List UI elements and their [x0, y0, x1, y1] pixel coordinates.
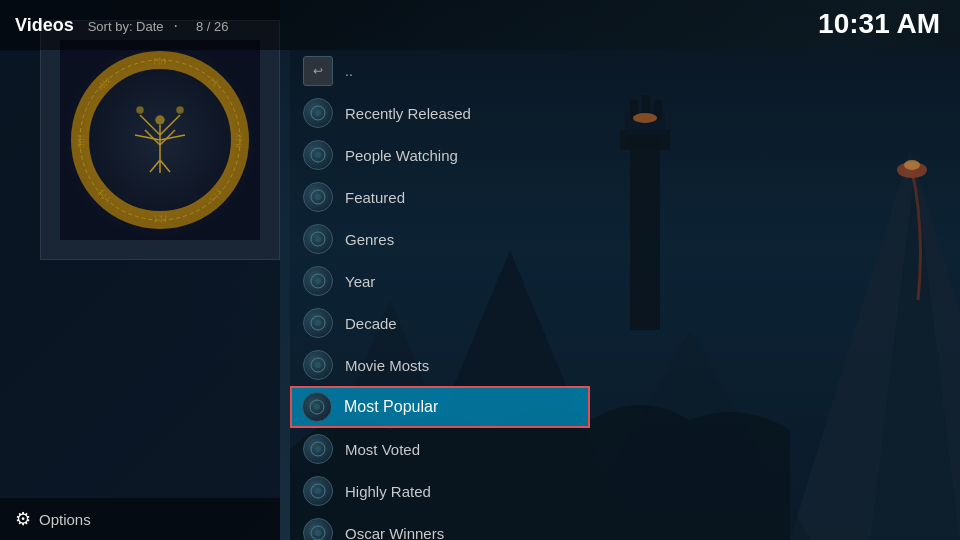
menu-item-label: Most Voted — [345, 441, 420, 458]
svg-point-35 — [137, 107, 143, 113]
menu-item-genres[interactable]: Genres — [290, 218, 590, 260]
svg-point-36 — [177, 107, 183, 113]
sort-label: Sort by: Date — [88, 19, 164, 34]
svg-point-53 — [315, 362, 321, 368]
pagination: 8 / 26 — [196, 19, 229, 34]
menu-icon — [303, 350, 333, 380]
menu-icon — [303, 518, 333, 540]
options-bar[interactable]: ⚙ Options — [0, 498, 280, 540]
svg-point-45 — [315, 194, 321, 200]
svg-text:ᚠᚢᚦ: ᚠᚢᚦ — [153, 57, 168, 66]
menu-icon — [303, 476, 333, 506]
menu-icon — [303, 98, 333, 128]
menu-item-label: Movie Mosts — [345, 357, 429, 374]
menu-item-movie-mosts[interactable]: Movie Mosts — [290, 344, 590, 386]
header: Videos Sort by: Date · 8 / 26 10:31 AM — [0, 0, 960, 50]
options-label: Options — [39, 511, 91, 528]
menu-icon — [303, 224, 333, 254]
gear-icon: ⚙ — [15, 508, 31, 530]
sidebar: ᚠᚢᚦ ᚨᚱᚲ ᚷᚹᚺ ᚾᛁᛃ ᛇᛈᛉ ᛊᛏᛒ ᛖᛗᛚ ᛜᛞᛟ — [0, 0, 280, 540]
menu-icon — [303, 434, 333, 464]
menu-item-label: Oscar Winners — [345, 525, 444, 541]
menu-icon — [303, 308, 333, 338]
menu-item-most-voted[interactable]: Most Voted — [290, 428, 590, 470]
menu-icon — [302, 392, 332, 422]
svg-point-61 — [315, 530, 321, 536]
menu-item-label: People Watching — [345, 147, 458, 164]
menu-item-featured[interactable]: Featured — [290, 176, 590, 218]
separator: · — [174, 17, 178, 35]
menu-item-label: Genres — [345, 231, 394, 248]
svg-point-43 — [315, 152, 321, 158]
menu-item-recently-released[interactable]: Recently Released — [290, 92, 590, 134]
svg-point-41 — [315, 110, 321, 116]
thumbnail: ᚠᚢᚦ ᚨᚱᚲ ᚷᚹᚺ ᚾᛁᛃ ᛇᛈᛉ ᛊᛏᛒ ᛖᛗᛚ ᛜᛞᛟ — [40, 20, 280, 260]
menu-icon — [303, 266, 333, 296]
menu-item-decade[interactable]: Decade — [290, 302, 590, 344]
svg-text:ᛇᛈᛉ: ᛇᛈᛉ — [153, 214, 168, 223]
menu-item-oscar-winners[interactable]: Oscar Winners — [290, 512, 590, 540]
menu-item-highly-rated[interactable]: Highly Rated — [290, 470, 590, 512]
svg-point-47 — [315, 236, 321, 242]
menu-item-label: Highly Rated — [345, 483, 431, 500]
menu-item-label: Most Popular — [344, 398, 438, 416]
svg-point-51 — [315, 320, 321, 326]
page-title: Videos — [15, 15, 74, 36]
menu-item-label: Year — [345, 273, 375, 290]
back-icon: ↩ — [303, 56, 333, 86]
clock: 10:31 AM — [818, 8, 940, 40]
menu-item-label: Decade — [345, 315, 397, 332]
svg-point-34 — [156, 116, 164, 124]
menu-item-label: Recently Released — [345, 105, 471, 122]
menu-item-label: Featured — [345, 189, 405, 206]
menu-item-year[interactable]: Year — [290, 260, 590, 302]
menu-item-back[interactable]: ↩ .. — [290, 50, 590, 92]
svg-point-59 — [315, 488, 321, 494]
svg-point-49 — [315, 278, 321, 284]
menu-icon — [303, 140, 333, 170]
menu-panel: ↩ .. Recently Released People Watching — [290, 50, 590, 540]
menu-icon — [303, 182, 333, 212]
svg-text:ᛖᛗᛚ: ᛖᛗᛚ — [77, 133, 86, 148]
menu-item-label: .. — [345, 63, 353, 79]
svg-point-57 — [315, 446, 321, 452]
menu-item-people-watching[interactable]: People Watching — [290, 134, 590, 176]
menu-item-most-popular[interactable]: Most Popular — [290, 386, 590, 428]
svg-text:ᚷᚹᚺ: ᚷᚹᚺ — [234, 133, 243, 148]
svg-point-55 — [314, 404, 320, 410]
